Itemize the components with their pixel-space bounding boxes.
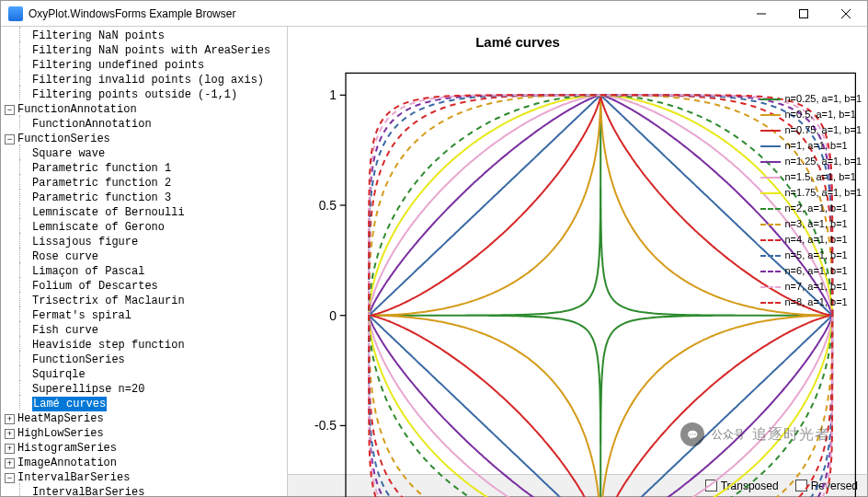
tree-item-label: Folium of Descartes [32,279,158,294]
close-button[interactable] [825,1,867,27]
legend-swatch [760,145,781,147]
legend-item: n=0.5, a=1, b=1 [760,107,862,122]
tree-item-label: Fish curve [32,323,98,338]
tree-leaf[interactable]: Lissajous figure [1,235,287,249]
legend-item: n=1.75, a=1, b=1 [760,185,862,201]
legend-swatch [760,271,781,272]
svg-text:0: 0 [329,308,337,323]
tree-item-label: Lemniscate of Bernoulli [32,205,185,220]
legend-item: n=6, a=1, b=1 [760,263,862,279]
legend-label: n=6, a=1, b=1 [785,263,848,279]
tree-leaf[interactable]: Square wave [1,146,287,161]
tree-leaf[interactable]: Filtering points outside (-1,1) [1,87,287,102]
legend-swatch [760,98,781,100]
legend-swatch [760,130,781,132]
tree-leaf[interactable]: Filtering invalid points (log axis) [1,73,287,87]
tree-leaf[interactable]: Filtering undefined points [1,58,287,73]
tree-item-label: Parametric function 2 [32,176,171,191]
legend-item: n=0.25, a=1, b=1 [760,91,862,107]
legend-label: n=7, a=1, b=1 [785,279,848,295]
tree-item-label: Lemniscate of Gerono [32,220,165,235]
tree-leaf[interactable]: Filtering NaN points with AreaSeries [1,43,287,58]
tree-item-label: Parametric function 3 [32,191,171,205]
legend-swatch [760,161,781,163]
main-panel: Lamé curves -1-0.500.51-1-0.500.51 n=0.2… [288,27,867,496]
tree-item-label: FunctionSeries [32,353,125,367]
legend-item: n=3, a=1, b=1 [760,216,862,232]
tree-leaf[interactable]: FunctionAnnotation [1,117,287,132]
tree-item-label: HeatMapSeries [17,411,104,426]
tree-leaf[interactable]: Superellipse n=20 [1,382,287,397]
legend-label: n=0.5, a=1, b=1 [785,107,856,122]
app-icon [8,6,23,21]
tree-branch[interactable]: +HighLowSeries [1,426,287,441]
tree-leaf[interactable]: Trisectrix of Maclaurin [1,294,287,308]
tree-item-label: Parametric function 1 [32,161,171,176]
tree-leaf[interactable]: Limaçon of Pascal [1,264,287,279]
tree-item-label: Filtering NaN points [32,29,165,43]
expand-icon[interactable]: + [5,429,15,439]
tree-branch[interactable]: +HistogramSeries [1,441,287,456]
legend-swatch [760,114,781,116]
tree-leaf[interactable]: Lemniscate of Bernoulli [1,205,287,220]
tree-leaf[interactable]: IntervalBarSeries [1,485,287,496]
legend-label: n=5, a=1, b=1 [785,248,848,263]
collapse-icon[interactable]: − [5,105,15,115]
tree-leaf[interactable]: Lemniscate of Gerono [1,220,287,235]
tree-leaf[interactable]: Parametric function 3 [1,191,287,205]
collapse-icon[interactable]: − [5,134,15,144]
tree-item-label: FunctionAnnotation [32,117,152,132]
legend: n=0.25, a=1, b=1n=0.5, a=1, b=1n=0.75, a… [760,91,862,310]
expand-icon[interactable]: + [5,444,15,454]
tree-leaf[interactable]: Fermat's spiral [1,308,287,323]
tree-item-label: HighLowSeries [17,426,104,441]
tree-leaf[interactable]: Squirqle [1,367,287,382]
legend-swatch [760,177,781,179]
tree-branch[interactable]: −IntervalBarSeries [1,470,287,485]
expand-icon[interactable]: + [5,458,15,468]
tree-item-label: Limaçon of Pascal [32,264,144,279]
app-window: OxyPlot.WindowsForms Example Browser Fil… [0,0,868,497]
tree-item-label: Trisectrix of Maclaurin [32,294,185,308]
tree-branch[interactable]: +HeatMapSeries [1,411,287,426]
tree-leaf[interactable]: Folium of Descartes [1,279,287,294]
maximize-button[interactable] [782,1,825,27]
tree-item-label: Filtering undefined points [32,58,204,73]
legend-label: n=3, a=1, b=1 [785,216,848,232]
minimize-button[interactable] [740,1,782,27]
tree-item-label: Lamé curves [32,397,107,411]
tree-branch[interactable]: −FunctionSeries [1,132,287,146]
svg-text:-0.5: -0.5 [314,418,337,433]
collapse-icon[interactable]: − [5,473,15,483]
legend-swatch [760,302,781,304]
tree-item-label: Rose curve [32,249,98,264]
expand-icon[interactable]: + [5,414,15,424]
tree-item-label: HistogramSeries [17,441,117,456]
titlebar[interactable]: OxyPlot.WindowsForms Example Browser [1,1,867,27]
tree-leaf[interactable]: Lamé curves [1,397,287,411]
tree-leaf[interactable]: Parametric function 2 [1,176,287,191]
tree-leaf[interactable]: Heaviside step function [1,338,287,353]
legend-label: n=1.5, a=1, b=1 [785,169,856,185]
tree-item-label: FunctionAnnotation [17,102,137,117]
tree-leaf[interactable]: Parametric function 1 [1,161,287,176]
tree-leaf[interactable]: FunctionSeries [1,353,287,367]
legend-swatch [760,286,781,288]
tree-branch[interactable]: +ImageAnnotation [1,456,287,470]
legend-item: n=4, a=1, b=1 [760,232,862,248]
legend-label: n=1, a=1, b=1 [785,138,848,154]
tree-item-label: FunctionSeries [17,132,110,146]
tree-item-label: ImageAnnotation [17,456,117,470]
tree-leaf[interactable]: Rose curve [1,249,287,264]
legend-item: n=0.75, a=1, b=1 [760,122,862,138]
tree-item-label: Square wave [32,146,105,161]
plot-area[interactable]: Lamé curves -1-0.500.51-1-0.500.51 n=0.2… [288,27,867,474]
tree-item-label: Filtering points outside (-1,1) [32,87,237,102]
legend-label: n=1.75, a=1, b=1 [785,185,862,201]
example-tree[interactable]: Filtering NaN pointsFiltering NaN points… [1,27,288,496]
legend-item: n=1.25, a=1, b=1 [760,154,862,169]
tree-branch[interactable]: −FunctionAnnotation [1,102,287,117]
tree-item-label: IntervalBarSeries [32,485,144,496]
tree-leaf[interactable]: Filtering NaN points [1,29,287,43]
tree-leaf[interactable]: Fish curve [1,323,287,338]
